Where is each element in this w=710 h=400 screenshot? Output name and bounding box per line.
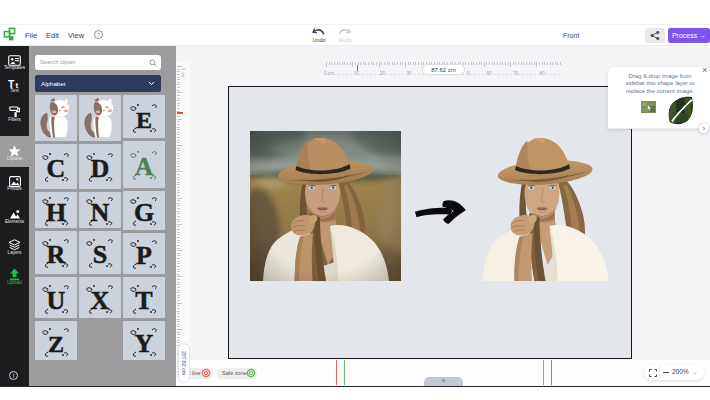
svg-text:G: G [134,198,154,227]
svg-text:H: H [46,198,66,227]
svg-text:D: D [91,154,110,183]
svg-text:P: P [136,241,152,270]
svg-text:N: N [91,198,110,227]
svg-text:S: S [93,240,107,269]
svg-text:R: R [47,240,66,269]
svg-text:E: E [136,107,152,133]
svg-text:Z: Z [48,331,64,357]
svg-text:U: U [47,286,66,315]
svg-text:C: C [47,154,66,183]
svg-text:A: A [135,153,153,180]
svg-text:X: X [91,286,110,315]
svg-text:Y: Y [135,329,154,358]
svg-text:T: T [136,286,153,315]
